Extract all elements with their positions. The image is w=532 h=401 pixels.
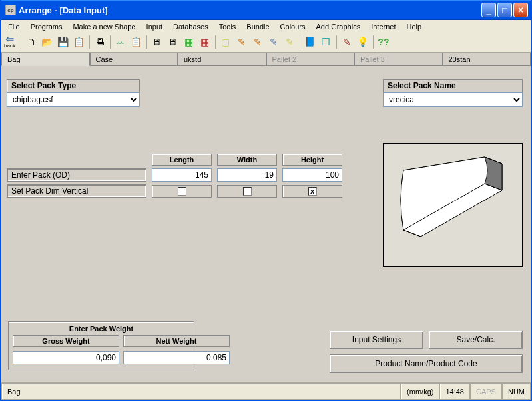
wand-red-icon[interactable]: ✎	[340, 35, 354, 49]
grid-red-icon[interactable]: ▦	[198, 35, 212, 49]
nett-weight-label: Nett Weight	[123, 335, 230, 347]
menu-make-shape[interactable]: Make a new Shape	[69, 21, 139, 32]
app-icon: cp	[5, 5, 16, 15]
vertical-width-checkbox[interactable]	[243, 187, 252, 196]
tabstrip: Bag Case ukstd Pallet 2 Pallet 3 20stan	[1, 53, 531, 66]
menu-programs[interactable]: Programs	[27, 21, 67, 32]
status-units: (mm/kg)	[401, 383, 439, 400]
clipboard-icon[interactable]: 📋	[129, 35, 144, 49]
monitor-icon[interactable]: 🖥	[150, 35, 164, 49]
menu-bundle[interactable]: Bundle	[242, 21, 273, 32]
save-as-icon[interactable]: 📋	[72, 35, 87, 49]
nett-weight-input[interactable]	[123, 351, 230, 364]
vertical-length-checkbox[interactable]	[178, 187, 186, 196]
menu-internet[interactable]: Internet	[367, 21, 399, 32]
input-settings-button[interactable]: Input Settings	[330, 331, 423, 349]
gross-weight-input[interactable]	[13, 351, 119, 364]
height-input[interactable]	[282, 168, 342, 182]
titlebar: cp Arrange - [Data Input] _ □ ×	[1, 0, 531, 20]
status-num: NUM	[502, 383, 531, 400]
weight-box: Enter Pack Weight Gross Weight Nett Weig…	[8, 321, 194, 370]
wand1-icon[interactable]: ✎	[234, 35, 249, 49]
print-icon[interactable]: 🖶	[93, 35, 107, 49]
close-button[interactable]: ×	[513, 3, 528, 17]
wand3-icon[interactable]: ✎	[266, 35, 281, 49]
width-input[interactable]	[217, 168, 277, 182]
height-header: Height	[282, 154, 342, 166]
statusbar: Bag (mm/kg) 14:48 CAPS NUM	[1, 382, 531, 400]
menu-file[interactable]: File	[4, 21, 24, 32]
gross-weight-label: Gross Weight	[13, 335, 119, 347]
select-pack-name-label: Select Pack Name	[383, 79, 523, 92]
minimize-button[interactable]: _	[481, 3, 496, 17]
cycle-icon[interactable]: ꕀ	[113, 35, 128, 49]
weight-title: Enter Pack Weight	[13, 325, 190, 333]
width-header: Width	[217, 154, 277, 166]
new-icon[interactable]: 🗋	[24, 35, 39, 49]
cube-icon[interactable]: ❒	[319, 35, 334, 49]
wand-yellow-icon[interactable]: ✎	[282, 35, 297, 49]
vertical-height-checkbox[interactable]: x	[308, 187, 317, 196]
status-left: Bag	[1, 383, 401, 400]
save-icon[interactable]: 💾	[56, 35, 71, 49]
menu-help[interactable]: Help	[402, 21, 425, 32]
select-pack-name[interactable]: vrecica	[383, 92, 523, 107]
length-header: Length	[152, 154, 212, 166]
bulb-icon[interactable]: 💡	[356, 35, 370, 49]
tab-ukstd[interactable]: ukstd	[178, 53, 266, 65]
product-name-code-button[interactable]: Product Name/Product Code	[330, 354, 523, 373]
book-icon[interactable]: 📘	[303, 35, 318, 49]
menu-colours[interactable]: Colours	[276, 21, 310, 32]
toolbar: ⇐ back 🗋 📂 💾 📋 🖶 ꕀ 📋 🖥 🖥 ▦ ▦ ▢ ✎ ✎ ✎ ✎ 📘…	[1, 33, 531, 53]
wand2-icon[interactable]: ✎	[250, 35, 265, 49]
select-pack-type[interactable]: chipbag.csf	[7, 92, 140, 107]
menu-add-graphics[interactable]: Add Graphics	[312, 21, 365, 32]
monitor2-icon[interactable]: 🖥	[166, 35, 180, 49]
client-area: Select Pack Type chipbag.csf Select Pack…	[1, 66, 531, 382]
set-pack-vertical-label: Set Pack Dim Vertical	[7, 184, 146, 198]
help-icon[interactable]: ??	[376, 35, 391, 49]
window-title: Arrange - [Data Input]	[19, 5, 108, 15]
tab-pallet2[interactable]: Pallet 2	[266, 53, 355, 65]
length-input[interactable]	[152, 168, 212, 182]
menu-tools[interactable]: Tools	[215, 21, 240, 32]
back-button[interactable]: ⇐ back	[4, 36, 15, 49]
tab-bag[interactable]: Bag	[1, 53, 90, 66]
menu-databases[interactable]: Databases	[169, 21, 212, 32]
enter-pack-od-label: Enter Pack (OD)	[7, 168, 146, 182]
tab-pallet3[interactable]: Pallet 3	[354, 53, 443, 65]
maximize-button[interactable]: □	[497, 3, 512, 17]
tab-20stan[interactable]: 20stan	[443, 53, 531, 65]
cell-yellow-icon[interactable]: ▢	[218, 35, 233, 49]
select-pack-type-label: Select Pack Type	[7, 79, 140, 92]
status-time: 14:48	[439, 383, 470, 400]
pack-preview	[383, 143, 523, 267]
grid-green-icon[interactable]: ▦	[182, 35, 196, 49]
save-calc-button[interactable]: Save/Calc.	[429, 331, 523, 349]
menu-input[interactable]: Input	[142, 21, 166, 32]
menubar: File Programs Make a new Shape Input Dat…	[1, 20, 531, 33]
status-caps: CAPS	[470, 383, 502, 400]
back-arrow-icon: ⇐	[5, 36, 14, 43]
open-icon[interactable]: 📂	[40, 35, 55, 49]
tab-case[interactable]: Case	[90, 53, 178, 65]
